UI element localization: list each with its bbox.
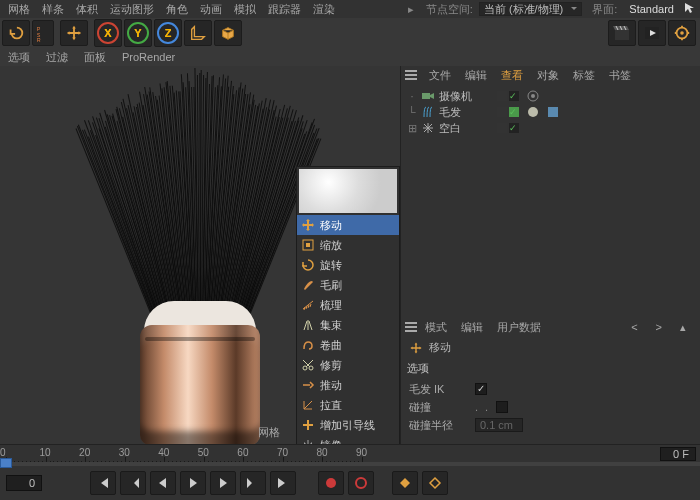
- ctx-item-scale[interactable]: 缩放: [297, 235, 399, 255]
- prop-hair-ik: 毛发 IK: [409, 380, 692, 398]
- om-tab-edit[interactable]: 编辑: [459, 68, 493, 83]
- next-key-button[interactable]: [240, 471, 266, 495]
- current-frame-field[interactable]: 0 F: [660, 447, 696, 461]
- tick-label: 60: [237, 447, 248, 458]
- object-label[interactable]: 毛发: [439, 105, 487, 120]
- prop-label: 碰撞: [409, 400, 469, 415]
- burger-icon[interactable]: [405, 70, 417, 80]
- om-tab-view[interactable]: 查看: [495, 68, 529, 83]
- step-fwd-button[interactable]: [210, 471, 236, 495]
- autokey-button[interactable]: [348, 471, 374, 495]
- menu-render[interactable]: 渲染: [307, 2, 341, 17]
- ctx-item-cut[interactable]: 修剪: [297, 355, 399, 375]
- ctx-item-move[interactable]: 移动: [297, 215, 399, 235]
- vp-menu-options[interactable]: 选项: [0, 50, 38, 65]
- attr-tab-mode[interactable]: 模式: [419, 320, 453, 335]
- vp-menu-panel[interactable]: 面板: [76, 50, 114, 65]
- object-label[interactable]: 空白: [439, 121, 487, 136]
- vp-menu-filter[interactable]: 过滤: [38, 50, 76, 65]
- ctx-item-label: 梳理: [320, 298, 342, 313]
- om-tab-object[interactable]: 对象: [531, 68, 565, 83]
- object-row-null[interactable]: ⊞ 空白: [407, 120, 694, 136]
- prev-key-button[interactable]: [120, 471, 146, 495]
- ctx-item-curl[interactable]: 卷曲: [297, 335, 399, 355]
- render-view-button[interactable]: [638, 20, 666, 46]
- ui-layout-value[interactable]: Standard: [623, 3, 680, 15]
- nav-fwd-icon[interactable]: >: [650, 321, 668, 334]
- svg-point-6: [680, 31, 684, 35]
- keyframe-sel-button[interactable]: [392, 471, 418, 495]
- timeline-playhead[interactable]: [0, 458, 12, 468]
- main-menu-bar: 网格 样条 体积 运动图形 角色 动画 模拟 跟踪器 渲染 ▸ 节点空间: 当前…: [0, 0, 700, 18]
- ctx-item-rotate[interactable]: 旋转: [297, 255, 399, 275]
- nav-back-icon[interactable]: <: [625, 321, 643, 334]
- collision-radius-field[interactable]: 0.1 cm: [475, 418, 523, 432]
- nav-up-icon[interactable]: ▴: [674, 321, 692, 334]
- hair-tag-icon[interactable]: [547, 106, 559, 118]
- menu-volume[interactable]: 体积: [70, 2, 104, 17]
- step-back-button[interactable]: [150, 471, 176, 495]
- om-tab-tags[interactable]: 标签: [567, 68, 601, 83]
- move-tool-button[interactable]: [60, 20, 88, 46]
- tick-label: 20: [79, 447, 90, 458]
- menu-anim[interactable]: 动画: [194, 2, 228, 17]
- timeline-ruler[interactable]: 0102030405060708090 0 F: [0, 444, 700, 466]
- tree-branch-icon: └: [407, 106, 417, 118]
- axis-z-toggle[interactable]: Z: [154, 19, 182, 47]
- attr-tab-edit[interactable]: 编辑: [455, 320, 489, 335]
- keyframe-options-button[interactable]: [422, 471, 448, 495]
- svg-rect-8: [306, 243, 310, 247]
- menu-grid[interactable]: 网格: [2, 2, 36, 17]
- viewport[interactable]: 网格 移动缩放旋转毛刷梳理集束卷曲修剪推动拉直增加引导线镜像: [0, 66, 400, 444]
- triangle-icon: ▸: [402, 3, 420, 16]
- object-manager[interactable]: · 摄像机 └ 毛发 ⊞ 空白: [401, 84, 700, 140]
- coords-button[interactable]: [184, 20, 212, 46]
- hair-material-tag-icon[interactable]: [527, 106, 539, 118]
- nodespace-dropdown[interactable]: 当前 (标准/物理): [479, 2, 582, 16]
- object-row-hair[interactable]: └ 毛发: [407, 104, 694, 120]
- axis-x-toggle[interactable]: X: [94, 19, 122, 47]
- om-tab-file[interactable]: 文件: [423, 68, 457, 83]
- axis-y-toggle[interactable]: Y: [124, 19, 152, 47]
- ctx-item-mirror[interactable]: 镜像: [297, 435, 399, 444]
- render-queue-button[interactable]: [668, 20, 696, 46]
- ctx-item-comb[interactable]: 梳理: [297, 295, 399, 315]
- menu-tracker[interactable]: 跟踪器: [262, 2, 307, 17]
- ctx-item-label: 移动: [320, 218, 342, 233]
- object-label[interactable]: 摄像机: [439, 89, 487, 104]
- start-frame-field[interactable]: 0: [6, 475, 42, 491]
- hair-icon: [421, 105, 435, 119]
- undo-button[interactable]: [2, 20, 30, 46]
- menu-char[interactable]: 角色: [160, 2, 194, 17]
- tree-collapse-icon[interactable]: ·: [407, 90, 417, 102]
- hair-ik-checkbox[interactable]: [475, 383, 487, 395]
- cube-primitive-button[interactable]: [214, 20, 242, 46]
- svg-point-13: [531, 94, 535, 98]
- menu-sim[interactable]: 模拟: [228, 2, 262, 17]
- attr-tab-userdata[interactable]: 用户数据: [491, 320, 547, 335]
- tree-expand-icon[interactable]: ⊞: [407, 122, 417, 135]
- om-tab-bookmk[interactable]: 书签: [603, 68, 637, 83]
- ctx-item-clump[interactable]: 集束: [297, 315, 399, 335]
- collision-checkbox[interactable]: [496, 401, 508, 413]
- ctx-item-addguide[interactable]: 增加引导线: [297, 415, 399, 435]
- play-button[interactable]: [180, 471, 206, 495]
- record-key-button[interactable]: [318, 471, 344, 495]
- vp-menu-prorender[interactable]: ProRender: [114, 51, 183, 63]
- material-preview-thumb[interactable]: [299, 169, 397, 213]
- render-settings-button[interactable]: [608, 20, 636, 46]
- menu-spline[interactable]: 样条: [36, 2, 70, 17]
- ctx-item-label: 修剪: [320, 358, 342, 373]
- menu-mograph[interactable]: 运动图形: [104, 2, 160, 17]
- ctx-item-push[interactable]: 推动: [297, 375, 399, 395]
- history-button[interactable]: PSR: [32, 20, 54, 46]
- right-panel: 文件 编辑 查看 对象 标签 书签 · 摄像机 └ 毛发: [400, 66, 700, 444]
- go-end-button[interactable]: [270, 471, 296, 495]
- burger-icon[interactable]: [405, 322, 417, 332]
- go-start-button[interactable]: [90, 471, 116, 495]
- ctx-item-brush[interactable]: 毛刷: [297, 275, 399, 295]
- target-tag-icon[interactable]: [527, 90, 539, 102]
- object-row-camera[interactable]: · 摄像机: [407, 88, 694, 104]
- ctx-item-straighten[interactable]: 拉直: [297, 395, 399, 415]
- addguide-icon: [301, 418, 315, 432]
